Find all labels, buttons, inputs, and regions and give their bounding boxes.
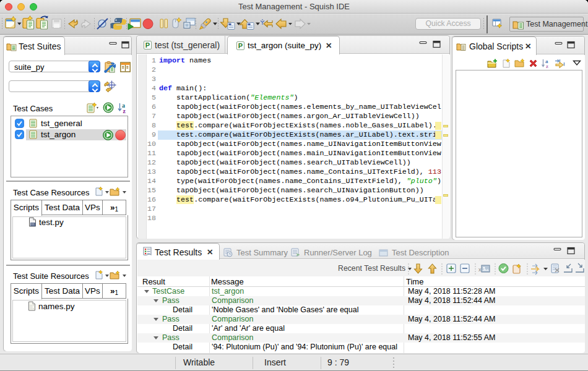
svg-text:z: z	[123, 108, 126, 114]
svg-text:P: P	[145, 41, 150, 49]
svg-text:P: P	[238, 42, 243, 49]
svg-text:x: x	[478, 267, 482, 273]
svg-text:z: z	[546, 63, 548, 69]
